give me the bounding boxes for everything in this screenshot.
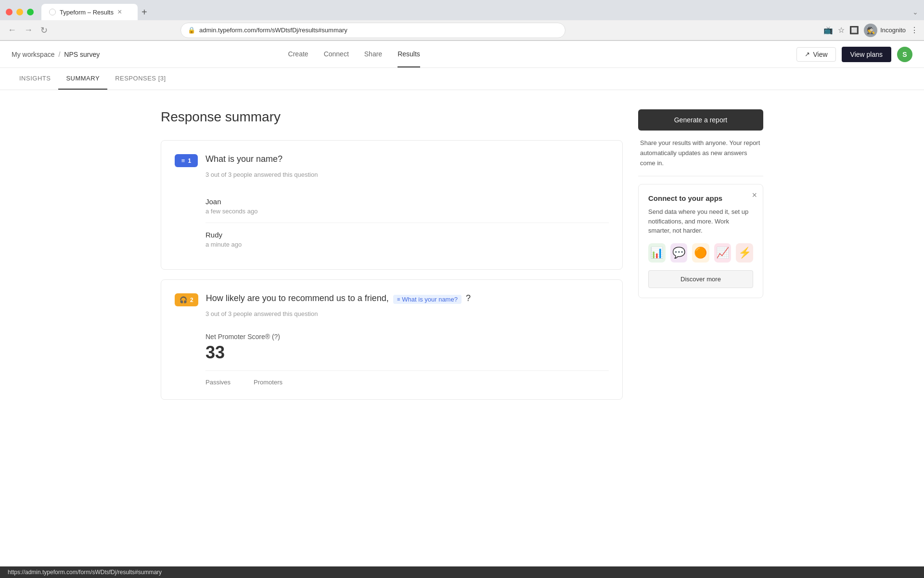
incognito-button[interactable]: 🕵 Incognito bbox=[864, 24, 906, 37]
menu-icon[interactable]: ⋮ bbox=[911, 26, 918, 35]
tabs-bar: INSIGHTS SUMMARY RESPONSES [3] bbox=[0, 68, 924, 90]
response-time-rudy: a minute ago bbox=[205, 241, 609, 248]
response-name-joan: Joan bbox=[205, 197, 609, 206]
browser-toolbar: ← → ↻ 🔒 admin.typeform.com/form/sWDtsfDj… bbox=[0, 20, 924, 40]
breadcrumb-workspace-link[interactable]: My workspace bbox=[12, 51, 54, 58]
maximize-window-btn[interactable] bbox=[27, 9, 34, 15]
nav-connect[interactable]: Connect bbox=[324, 41, 349, 67]
reload-button[interactable]: ↻ bbox=[38, 23, 50, 38]
connect-apps-close-button[interactable]: × bbox=[752, 190, 757, 200]
generate-report-button[interactable]: Generate a report bbox=[638, 109, 763, 131]
question-2-number: 2 bbox=[190, 297, 193, 303]
minimize-window-btn[interactable] bbox=[16, 9, 23, 15]
question-card-2: 🎧 2 How likely are you to recommend us t… bbox=[161, 279, 623, 400]
bookmark-icon[interactable]: ☆ bbox=[838, 26, 845, 35]
status-bar: https://admin.typeform.com/form/sWDtsfDj… bbox=[0, 566, 924, 578]
view-label: View bbox=[813, 51, 827, 58]
view-plans-button[interactable]: View plans bbox=[842, 47, 891, 62]
nps-categories: Passives Promoters bbox=[205, 370, 609, 386]
question-1-badge: ≡ 1 bbox=[175, 154, 198, 167]
cast-icon[interactable]: 📺 bbox=[823, 26, 833, 35]
view-button[interactable]: ↗ View bbox=[796, 47, 835, 62]
incognito-label: Incognito bbox=[880, 26, 906, 34]
lock-icon: 🔒 bbox=[188, 26, 195, 34]
response-item-joan: Joan a few seconds ago bbox=[205, 190, 609, 223]
nps-label: Net Promoter Score® (?) bbox=[205, 333, 609, 341]
connect-apps-title: Connect to your apps bbox=[648, 194, 753, 202]
window-collapse-icon[interactable]: ⌄ bbox=[912, 8, 918, 16]
question-2-title-suffix: ? bbox=[466, 293, 471, 303]
question-2-badge-icon: 🎧 bbox=[180, 296, 187, 303]
main-content: Response summary ≡ 1 What is your name? … bbox=[149, 90, 775, 429]
connect-apps-description: Send data where you need it, set up noti… bbox=[648, 207, 753, 236]
question-1-responses: Joan a few seconds ago Rudy a minute ago bbox=[205, 190, 609, 256]
new-tab-button[interactable]: + bbox=[141, 7, 147, 18]
generate-report-description: Share your results with anyone. Your rep… bbox=[638, 138, 763, 176]
app-nav: Create Connect Share Results bbox=[288, 41, 420, 67]
external-link-icon: ↗ bbox=[805, 51, 810, 58]
incognito-avatar: 🕵 bbox=[864, 24, 877, 37]
question-2-meta: 3 out of 3 people answered this question bbox=[205, 310, 609, 317]
browser-chrome: Typeform – Results × + ⌄ ← → ↻ 🔒 admin.t… bbox=[0, 0, 924, 41]
question-1-meta: 3 out of 3 people answered this question bbox=[205, 171, 609, 178]
nps-promoters: Promoters bbox=[254, 379, 282, 386]
nav-results[interactable]: Results bbox=[398, 41, 420, 67]
question-1-header: ≡ 1 What is your name? bbox=[175, 154, 609, 167]
tab-bar: Typeform – Results × + ⌄ bbox=[0, 0, 924, 20]
question-1-title: What is your name? bbox=[205, 154, 282, 164]
tab-title: Typeform – Results bbox=[60, 9, 114, 16]
tab-close-icon[interactable]: × bbox=[117, 8, 122, 16]
breadcrumb: My workspace / NPS survey bbox=[12, 51, 100, 58]
question-2-ref-chip: ≡ What is your name? bbox=[393, 295, 462, 304]
app-icon-hubspot[interactable]: 🟠 bbox=[692, 243, 709, 263]
app-icon-sheets[interactable]: 📊 bbox=[648, 243, 666, 263]
tab-responses[interactable]: RESPONSES [3] bbox=[107, 68, 173, 90]
toolbar-right: 📺 ☆ 🔲 🕵 Incognito ⋮ bbox=[823, 24, 918, 37]
address-text: admin.typeform.com/form/sWDtsfDj/results… bbox=[199, 26, 558, 34]
nav-create[interactable]: Create bbox=[288, 41, 308, 67]
response-time-joan: a few seconds ago bbox=[205, 208, 609, 215]
question-card-1: ≡ 1 What is your name? 3 out of 3 people… bbox=[161, 140, 623, 270]
question-1-number: 1 bbox=[188, 158, 191, 164]
user-avatar[interactable]: S bbox=[897, 47, 912, 62]
sidebar-panel: Generate a report Share your results wit… bbox=[638, 109, 763, 409]
ref-chip-text: What is your name? bbox=[402, 296, 458, 303]
browser-tab-active[interactable]: Typeform – Results × bbox=[41, 4, 138, 20]
ref-chip-icon: ≡ bbox=[397, 296, 400, 302]
app-icon-datastudio[interactable]: 📈 bbox=[714, 243, 732, 263]
back-button[interactable]: ← bbox=[6, 23, 18, 37]
breadcrumb-current: NPS survey bbox=[64, 51, 100, 58]
app-icons-row: 📊 💬 🟠 📈 ⚡ bbox=[648, 243, 753, 263]
app-header: My workspace / NPS survey Create Connect… bbox=[0, 41, 924, 68]
forward-button[interactable]: → bbox=[22, 23, 35, 37]
question-2-badge: 🎧 2 bbox=[175, 293, 198, 306]
question-2-header: 🎧 2 How likely are you to recommend us t… bbox=[175, 293, 609, 306]
status-url: https://admin.typeform.com/form/sWDtsfDj… bbox=[8, 569, 162, 576]
tab-summary[interactable]: SUMMARY bbox=[58, 68, 107, 90]
incognito-icon: 🕵 bbox=[867, 26, 875, 34]
tab-insights[interactable]: INSIGHTS bbox=[12, 68, 58, 90]
response-name-rudy: Rudy bbox=[205, 231, 609, 239]
breadcrumb-separator: / bbox=[58, 51, 60, 58]
extensions-icon[interactable]: 🔲 bbox=[849, 26, 859, 35]
response-item-rudy: Rudy a minute ago bbox=[205, 223, 609, 256]
nav-share[interactable]: Share bbox=[364, 41, 382, 67]
nps-score: 33 bbox=[205, 342, 609, 363]
header-actions: ↗ View View plans S bbox=[796, 47, 912, 62]
question-2-title-prefix: How likely are you to recommend us to a … bbox=[206, 293, 389, 303]
nps-section: Net Promoter Score® (?) 33 Passives Prom… bbox=[205, 329, 609, 386]
tab-favicon bbox=[49, 9, 56, 15]
content-area: Response summary ≡ 1 What is your name? … bbox=[161, 109, 623, 409]
traffic-lights bbox=[6, 9, 34, 15]
app-icon-slack[interactable]: 💬 bbox=[670, 243, 688, 263]
app-icon-zapier[interactable]: ⚡ bbox=[736, 243, 753, 263]
nps-passives: Passives bbox=[205, 379, 231, 386]
connect-apps-card: × Connect to your apps Send data where y… bbox=[638, 184, 763, 298]
question-1-badge-icon: ≡ bbox=[181, 157, 185, 164]
address-bar[interactable]: 🔒 admin.typeform.com/form/sWDtsfDj/resul… bbox=[180, 23, 565, 38]
close-window-btn[interactable] bbox=[6, 9, 13, 15]
question-2-title: How likely are you to recommend us to a … bbox=[206, 293, 471, 304]
page-title: Response summary bbox=[161, 109, 623, 125]
discover-more-button[interactable]: Discover more bbox=[648, 270, 753, 288]
